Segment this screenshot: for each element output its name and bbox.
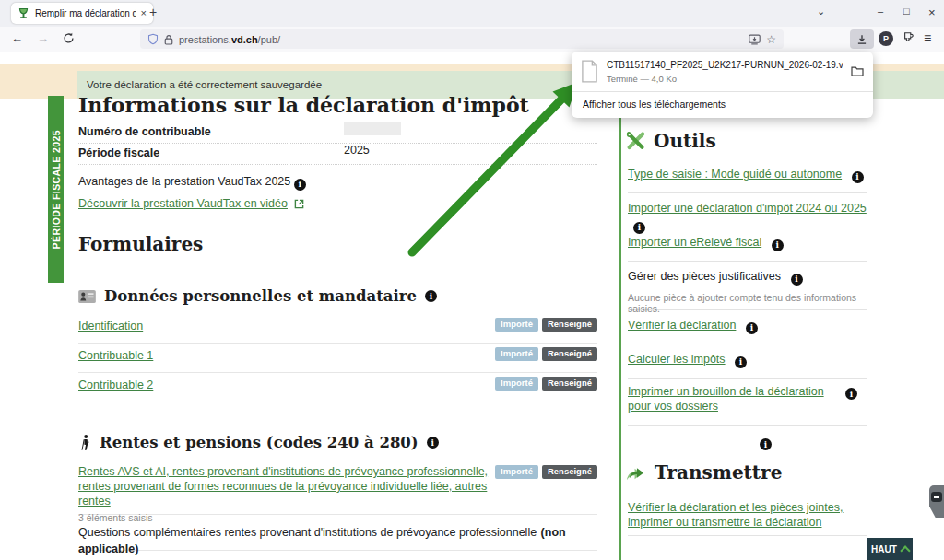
pieces-justificatives-label: Gérer des pièces justificatives: [628, 270, 781, 283]
info-icon[interactable]: i: [845, 388, 857, 400]
tab-title: Remplir ma déclaration d'impôt: [35, 8, 136, 18]
save-page-icon[interactable]: [749, 34, 761, 45]
pieces-justificatives-subtext: Aucune pièce à ajouter compte tenu des i…: [628, 292, 867, 314]
restore-icon[interactable]: □: [903, 6, 910, 17]
filled-badge: Renseigné: [542, 377, 597, 391]
id-card-icon: [78, 290, 96, 303]
info-icon[interactable]: i: [746, 322, 758, 334]
page-title: Informations sur la déclaration d'impôt: [78, 93, 529, 117]
minimize-icon[interactable]: –: [878, 6, 883, 17]
hide-widget-icon[interactable]: [931, 492, 942, 502]
tool-item-type-de-saisie: Type de saisie : Mode guidé ou autonome …: [628, 165, 867, 193]
info-icon[interactable]: i: [791, 274, 803, 286]
type-de-saisie-link[interactable]: Type de saisie : Mode guidé ou autonome: [628, 168, 842, 181]
tab-bar: Remplir ma déclaration d'impôt × + ⌄ – □…: [0, 0, 944, 27]
forms-heading: Formulaires: [78, 233, 203, 255]
downloads-button[interactable]: [850, 29, 874, 49]
success-banner-text: Votre déclaration a été correctement sau…: [87, 79, 322, 90]
open-folder-icon[interactable]: [851, 65, 864, 76]
identification-link[interactable]: Identification: [78, 320, 143, 332]
download-item[interactable]: CTB11517140_PF2025_U2K217-PURNUN_2026-02…: [572, 52, 873, 91]
imported-badge: Importé: [495, 465, 538, 479]
vaudtax-favicon: [18, 7, 30, 19]
extensions-icon[interactable]: [903, 31, 915, 44]
forward-icon: →: [37, 31, 49, 45]
tracking-shield-icon[interactable]: [148, 33, 159, 45]
reload-icon[interactable]: [63, 32, 75, 44]
profile-badge[interactable]: P: [879, 31, 893, 46]
close-icon[interactable]: ×: [928, 6, 936, 18]
url-bar[interactable]: prestations.vd.ch/pub/ ☆: [140, 29, 784, 49]
list-tabs-icon[interactable]: ⌄: [817, 6, 825, 17]
calculer-impots-link[interactable]: Calculer les impôts: [628, 353, 726, 366]
info-icon[interactable]: i: [772, 239, 784, 251]
transmit-title: Transmettre: [655, 461, 782, 484]
form-row-rentes-avs: Rentes AVS et AI, rentes provenant d'ins…: [78, 464, 597, 515]
download-filename: CTB11517140_PF2025_U2K217-PURNUN_2026-02…: [607, 60, 843, 70]
fiscal-period-field-label: Période fiscale: [78, 146, 159, 159]
badge-group: Importé Renseigné: [495, 465, 597, 479]
new-tab-button[interactable]: +: [149, 5, 157, 19]
download-status: Terminé — 4,0 Ko: [607, 74, 843, 84]
filled-badge: Renseigné: [542, 318, 597, 332]
show-all-downloads-link[interactable]: Afficher tous les téléchargements: [572, 92, 873, 118]
tool-item-imprimer-brouillon: Imprimer un brouillon de la déclaration …: [628, 384, 867, 426]
url-text: prestations.vd.ch/pub/: [179, 34, 280, 45]
back-to-top-button[interactable]: HAUT: [867, 538, 913, 560]
imprimer-brouillon-link[interactable]: Imprimer un brouillon de la déclaration …: [628, 384, 835, 414]
rentes-avs-link[interactable]: Rentes AVS et AI, rentes provenant d'ins…: [78, 464, 521, 508]
pensions-section-header: Rentes et pensions (codes 240 à 280) i: [78, 434, 439, 451]
browser-window: Remplir ma déclaration d'impôt × + ⌄ – □…: [0, 0, 944, 560]
transmit-link[interactable]: Vérifier la déclaration et les pièces jo…: [628, 500, 869, 530]
tool-item-importer-ereleve: Importer un eRelevé fiscal i: [628, 233, 867, 262]
back-to-top-label: HAUT: [871, 544, 897, 554]
person-with-cane-icon: [78, 434, 91, 451]
video-link-row: Découvrir la prestation VaudTax en vidéo: [78, 194, 304, 211]
file-icon: [581, 60, 598, 83]
column-divider: [620, 118, 621, 560]
verifier-declaration-link[interactable]: Vérifier la déclaration: [628, 319, 736, 332]
menu-icon[interactable]: ≡: [924, 30, 931, 45]
tool-item-verifier-declaration: Vérifier la déclaration i: [628, 316, 867, 344]
taxpayer-number-label: Numéro de contribuable: [78, 125, 211, 138]
share-forward-icon: [625, 463, 647, 483]
lock-icon[interactable]: [164, 34, 173, 45]
tab-close-icon[interactable]: ×: [141, 8, 147, 18]
info-icon[interactable]: i: [735, 356, 747, 368]
tools-header: Outils: [625, 130, 716, 152]
video-link[interactable]: Découvrir la prestation VaudTax en vidéo: [78, 197, 288, 210]
accessibility-widget-tab[interactable]: [929, 485, 944, 518]
fiscal-period-value: 2025: [344, 144, 370, 157]
info-icon[interactable]: i: [425, 290, 437, 302]
tool-item-calculer-impots: Calculer les impôts i: [628, 350, 867, 379]
advantages-row: Avantages de la prestation VaudTax 2025 …: [78, 175, 306, 191]
info-icon[interactable]: i: [633, 222, 645, 234]
fiscal-period-label: PÉRIODE FISCALE 2025: [51, 130, 62, 249]
personal-section-header: Données personnelles et mandataire i: [78, 287, 437, 305]
imported-badge: Importé: [495, 318, 538, 332]
info-icon[interactable]: i: [760, 438, 772, 450]
external-link-icon: [294, 199, 304, 209]
tool-item-importer-declaration: Importer une déclaration d'impôt 2024 ou…: [628, 199, 867, 228]
personal-section-title: Données personnelles et mandataire: [104, 287, 417, 305]
contribuable-1-link[interactable]: Contribuable 1: [78, 349, 153, 362]
filled-badge: Renseigné: [542, 465, 597, 479]
info-icon[interactable]: i: [427, 437, 439, 449]
importer-ereleve-link[interactable]: Importer un eRelevé fiscal: [628, 236, 761, 249]
back-icon[interactable]: ←: [11, 31, 23, 45]
tools-title: Outils: [654, 130, 716, 152]
badge-group: Importé Renseigné: [495, 377, 597, 391]
badge-group: Importé Renseigné: [495, 347, 597, 361]
tools-icon: [625, 131, 646, 151]
contribuable-2-link[interactable]: Contribuable 2: [78, 379, 153, 391]
form-row-questions-complementaires: Questions complémentaires rentes provena…: [78, 523, 597, 551]
info-icon[interactable]: i: [294, 179, 306, 191]
info-icon[interactable]: i: [852, 171, 864, 183]
importer-declaration-link[interactable]: Importer une déclaration d'impôt 2024 ou…: [628, 202, 867, 215]
form-row-identification: Identification Importé Renseigné: [78, 317, 597, 344]
browser-tab[interactable]: Remplir ma déclaration d'impôt ×: [11, 3, 153, 24]
download-popup: CTB11517140_PF2025_U2K217-PURNUN_2026-02…: [572, 52, 873, 118]
transmit-header: Transmettre: [625, 461, 782, 484]
navigation-toolbar: ← → prestations.vd.ch/pub/ ☆ P ≡: [0, 27, 944, 52]
bookmark-star-icon[interactable]: ☆: [766, 34, 776, 45]
